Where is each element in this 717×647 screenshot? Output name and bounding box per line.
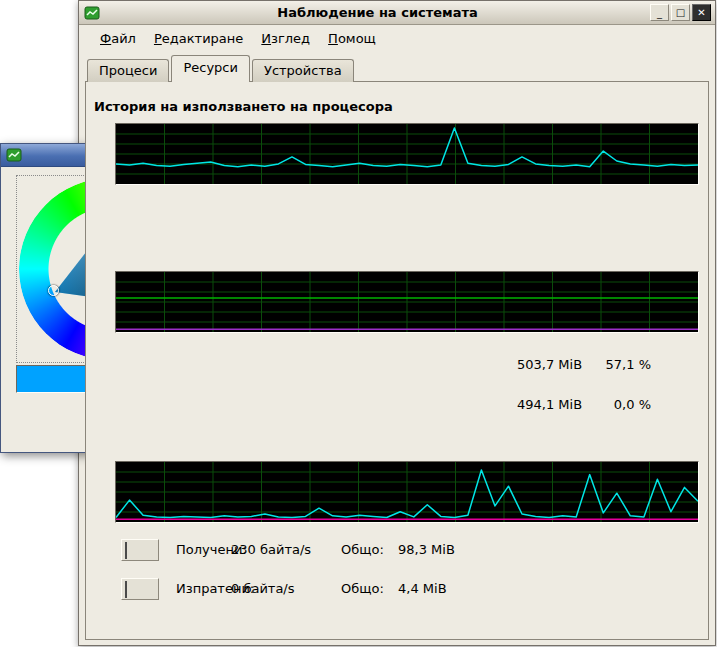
color-selection-marker[interactable]	[48, 285, 59, 296]
window-title: Наблюдение на системата	[105, 5, 650, 20]
received-color-button[interactable]	[121, 539, 159, 561]
memory-row: 503,7 MiB 57,1 %	[79, 357, 715, 375]
menu-help[interactable]: Помощ	[321, 28, 383, 49]
received-total-label: Общо:	[341, 542, 384, 557]
tab-devices[interactable]: Устройства	[252, 59, 354, 82]
tab-resources[interactable]: Ресурси	[171, 55, 250, 82]
tab-processes[interactable]: Процеси	[87, 59, 169, 82]
sent-total-label: Общо:	[341, 581, 384, 596]
cpu-history-chart	[115, 123, 699, 185]
app-icon	[84, 5, 100, 21]
sent-color-swatch	[125, 581, 127, 598]
minimize-icon[interactable]: _	[650, 4, 669, 21]
network-sent-row: Изпратени: 0 байта/s Общо: 4,4 MiB	[79, 578, 715, 602]
network-received-row: Получени: 230 байта/s Общо: 98,3 MiB	[79, 539, 715, 563]
system-monitor-window: Наблюдение на системата _ □ ✕ Файл Редак…	[78, 0, 716, 646]
menu-file[interactable]: Файл	[93, 28, 143, 49]
main-titlebar[interactable]: Наблюдение на системата _ □ ✕	[79, 1, 715, 25]
received-color-swatch	[125, 542, 127, 559]
sent-rate: 0 байта/s	[231, 581, 295, 596]
received-rate: 230 байта/s	[231, 542, 311, 557]
notebook-tabs: Процеси Ресурси Устройства	[87, 56, 356, 82]
memory-history-chart	[115, 271, 699, 333]
network-history-chart	[115, 461, 699, 523]
swap-row: 494,1 MiB 0,0 %	[79, 397, 715, 415]
received-total: 98,3 MiB	[398, 542, 455, 557]
close-icon[interactable]: ✕	[692, 4, 711, 21]
menu-view[interactable]: Изглед	[254, 28, 317, 49]
window-controls: _ □ ✕	[650, 4, 711, 21]
menubar: Файл Редактиране Изглед Помощ	[79, 25, 715, 51]
swap-used-percent: 0,0 %	[579, 397, 651, 412]
dialog-icon	[6, 147, 22, 163]
memory-used-percent: 57,1 %	[579, 357, 651, 372]
menu-edit[interactable]: Редактиране	[147, 28, 250, 49]
sent-color-button[interactable]	[121, 578, 159, 600]
maximize-icon[interactable]: □	[671, 4, 690, 21]
sent-total: 4,4 MiB	[398, 581, 447, 596]
cpu-history-heading: История на използването на процесора	[94, 99, 393, 114]
